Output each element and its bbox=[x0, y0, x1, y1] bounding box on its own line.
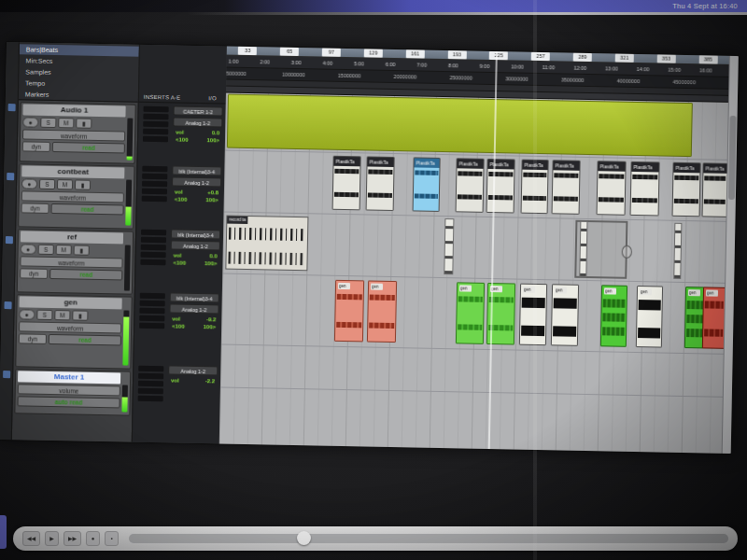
insert-slot[interactable] bbox=[141, 230, 166, 236]
track-list-icon[interactable] bbox=[6, 236, 13, 244]
insert-slot[interactable] bbox=[138, 381, 163, 387]
insert-slot[interactable] bbox=[143, 114, 168, 120]
insert-slot[interactable] bbox=[138, 366, 163, 372]
insert-slot[interactable] bbox=[139, 315, 164, 322]
track-view-selector[interactable]: volume bbox=[18, 384, 120, 396]
dyn-button[interactable]: dyn bbox=[22, 141, 50, 152]
insert-slot[interactable] bbox=[140, 293, 165, 300]
play-button[interactable]: ▶ bbox=[45, 531, 59, 546]
scrollbar-thumb[interactable] bbox=[728, 116, 737, 200]
bar-number-chip[interactable]: 65 bbox=[280, 48, 299, 56]
audio-clip[interactable]: gen bbox=[456, 282, 485, 344]
input-path-button[interactable]: blk (Internal)3-4 bbox=[172, 165, 221, 175]
track-view-selector[interactable]: waveform bbox=[19, 321, 121, 333]
audio-clip[interactable]: PlastikTa bbox=[597, 161, 627, 216]
audio-clip-long[interactable] bbox=[227, 94, 693, 158]
insert-slot[interactable] bbox=[139, 308, 164, 315]
insert-slot[interactable] bbox=[144, 106, 169, 113]
audio-clip[interactable]: gen bbox=[636, 286, 663, 348]
audio-clip[interactable]: gen bbox=[367, 280, 397, 343]
track-name[interactable]: ref bbox=[21, 231, 123, 244]
audio-clip[interactable]: PlastikTa bbox=[630, 161, 660, 217]
track-name[interactable]: Master 1 bbox=[18, 371, 120, 384]
track-name[interactable]: contbeat bbox=[21, 165, 124, 178]
pan-readout[interactable]: <100 100> bbox=[169, 322, 218, 330]
seek-bar[interactable] bbox=[129, 534, 728, 543]
output-path-button[interactable]: Analog 1-2 bbox=[169, 303, 218, 314]
track-view-selector[interactable]: waveform bbox=[21, 190, 124, 203]
track-view-selector[interactable]: waveform bbox=[22, 129, 125, 141]
insert-slot[interactable] bbox=[142, 196, 167, 203]
narrow-clip[interactable] bbox=[444, 218, 454, 274]
bar-number-chip[interactable]: 321 bbox=[615, 54, 634, 63]
automation-mode-button[interactable]: auto read bbox=[17, 396, 120, 408]
input-path-button[interactable]: blk (Internal)3-4 bbox=[171, 229, 220, 239]
volume-button[interactable]: ● bbox=[86, 531, 100, 546]
insert-slot[interactable] bbox=[143, 129, 168, 135]
bar-number-chip[interactable]: 129 bbox=[364, 49, 383, 57]
automation-mode-button[interactable]: read bbox=[49, 269, 122, 280]
track-name[interactable]: Audio 1 bbox=[22, 104, 125, 117]
audio-clip[interactable]: PlastikTa bbox=[332, 156, 361, 211]
audio-clip[interactable]: gen bbox=[334, 280, 364, 343]
solo-button[interactable]: S bbox=[38, 245, 54, 255]
track-view-selector[interactable]: waveform bbox=[20, 256, 122, 268]
insert-slot[interactable] bbox=[142, 174, 167, 180]
automation-mode-button[interactable]: read bbox=[50, 203, 123, 215]
insert-slot[interactable] bbox=[142, 189, 167, 195]
seek-knob[interactable] bbox=[297, 531, 311, 545]
pan-readout[interactable]: <100 100> bbox=[172, 195, 221, 203]
bar-number-chip[interactable]: 97 bbox=[322, 49, 341, 57]
track-list-icon[interactable] bbox=[3, 371, 10, 378]
audio-clip[interactable]: PlastikTa bbox=[486, 159, 515, 214]
bar-number-chip[interactable]: 161 bbox=[405, 49, 424, 58]
output-path-button[interactable]: Analog 1-2 bbox=[168, 365, 218, 375]
input-monitor-button[interactable]: ▮ bbox=[75, 179, 91, 189]
insert-slot[interactable] bbox=[139, 323, 164, 329]
output-path-button[interactable]: Analog 1-2 bbox=[171, 240, 220, 250]
audio-clip[interactable]: gen bbox=[600, 285, 627, 347]
insert-slot[interactable] bbox=[142, 166, 167, 173]
bar-number-chip[interactable]: 225 bbox=[489, 51, 508, 60]
pan-readout[interactable]: <100 100> bbox=[173, 135, 222, 144]
bar-number-chip[interactable]: 193 bbox=[447, 50, 466, 59]
insert-slot[interactable] bbox=[140, 259, 165, 266]
fast-forward-button[interactable]: ▶▶ bbox=[63, 531, 81, 546]
insert-slot[interactable] bbox=[143, 121, 168, 128]
mute-button[interactable]: M bbox=[58, 118, 74, 128]
audio-clip[interactable]: PlastikTa bbox=[552, 160, 581, 215]
track-list-icon[interactable] bbox=[8, 104, 16, 111]
audio-clip[interactable]: PlastikTa bbox=[413, 157, 441, 212]
pan-readout[interactable] bbox=[168, 384, 218, 392]
input-path-button[interactable]: CAETER 1-2 bbox=[174, 105, 223, 116]
solo-button[interactable]: S bbox=[39, 179, 55, 189]
track-name[interactable]: gen bbox=[20, 296, 122, 309]
dyn-button[interactable]: dyn bbox=[19, 333, 47, 344]
record-arm-button[interactable]: ● bbox=[21, 244, 36, 254]
bar-number-chip[interactable]: 353 bbox=[656, 54, 675, 63]
solo-button[interactable]: S bbox=[36, 310, 52, 320]
track-list-icon[interactable] bbox=[7, 173, 14, 180]
insert-slot[interactable] bbox=[141, 252, 166, 259]
input-monitor-button[interactable]: ▮ bbox=[72, 310, 88, 320]
dyn-button[interactable]: dyn bbox=[20, 268, 48, 279]
mute-button[interactable]: M bbox=[54, 310, 70, 320]
insert-slot[interactable] bbox=[141, 237, 166, 244]
record-arm-button[interactable]: ● bbox=[21, 178, 37, 189]
bar-number-chip[interactable]: 385 bbox=[698, 55, 717, 63]
insert-slot[interactable] bbox=[142, 181, 167, 188]
narrow-clip[interactable] bbox=[579, 221, 587, 277]
audio-clip[interactable]: PlastikTa bbox=[702, 162, 727, 217]
bar-number-chip[interactable]: 33 bbox=[238, 47, 257, 55]
audio-clip[interactable]: gen bbox=[702, 287, 725, 348]
audio-clip[interactable]: gen bbox=[551, 284, 579, 346]
pan-readout[interactable]: <100 100> bbox=[170, 259, 219, 267]
automation-mode-button[interactable]: read bbox=[49, 334, 121, 345]
record-arm-button[interactable]: ● bbox=[22, 117, 38, 127]
input-monitor-button[interactable]: ▮ bbox=[74, 245, 90, 255]
output-path-button[interactable]: Analog 1-2 bbox=[172, 176, 221, 187]
mute-button[interactable]: M bbox=[56, 245, 72, 255]
narrow-clip[interactable] bbox=[673, 223, 682, 279]
insert-slot[interactable] bbox=[138, 396, 163, 402]
record-arm-button[interactable]: ● bbox=[19, 309, 35, 319]
